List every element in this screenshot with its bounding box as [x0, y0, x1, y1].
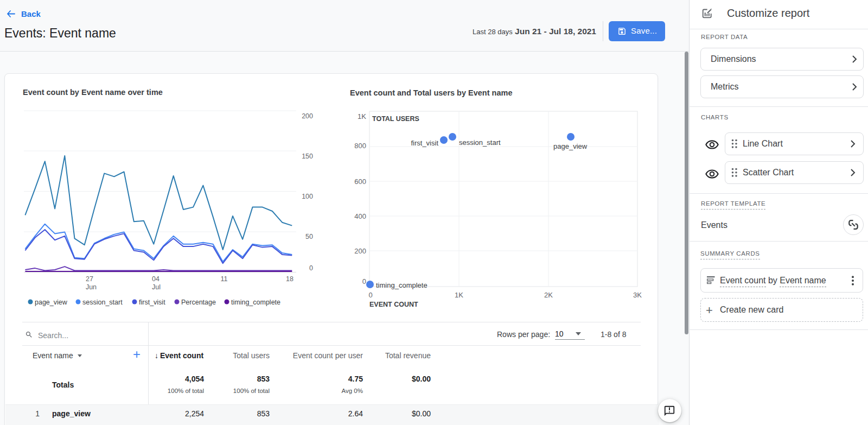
svg-text:100: 100	[302, 193, 313, 200]
svg-text:first_visit: first_visit	[411, 139, 438, 147]
svg-text:3K: 3K	[633, 291, 642, 299]
svg-text:800: 800	[354, 142, 366, 150]
svg-text:11: 11	[221, 275, 228, 283]
svg-text:18: 18	[286, 275, 293, 283]
svg-text:600: 600	[354, 177, 366, 186]
svg-text:1K: 1K	[358, 112, 366, 120]
svg-text:session_start: session_start	[82, 299, 123, 306]
svg-text:page_view: page_view	[553, 142, 588, 150]
svg-text:2K: 2K	[544, 291, 553, 299]
svg-text:Jun: Jun	[86, 283, 97, 291]
svg-text:200: 200	[354, 247, 366, 255]
svg-text:timing_complete: timing_complete	[231, 299, 280, 306]
svg-text:50: 50	[305, 233, 313, 240]
svg-text:timing_complete: timing_complete	[376, 281, 427, 289]
svg-text:0: 0	[368, 291, 372, 299]
svg-text:150: 150	[302, 153, 313, 160]
svg-text:27: 27	[86, 275, 93, 283]
svg-text:Percentage: Percentage	[181, 299, 216, 306]
svg-text:TOTAL USERS: TOTAL USERS	[372, 115, 419, 123]
svg-text:EVENT COUNT: EVENT COUNT	[369, 301, 418, 308]
svg-text:session_start: session_start	[459, 138, 501, 147]
svg-text:page_view: page_view	[35, 299, 68, 306]
svg-text:first_visit: first_visit	[139, 299, 165, 306]
svg-text:200: 200	[302, 112, 313, 120]
svg-text:1K: 1K	[455, 291, 463, 299]
svg-text:Jul: Jul	[152, 283, 161, 291]
svg-text:0: 0	[309, 264, 313, 272]
svg-text:0: 0	[362, 277, 366, 286]
svg-text:400: 400	[354, 212, 366, 220]
svg-text:04: 04	[152, 275, 159, 283]
